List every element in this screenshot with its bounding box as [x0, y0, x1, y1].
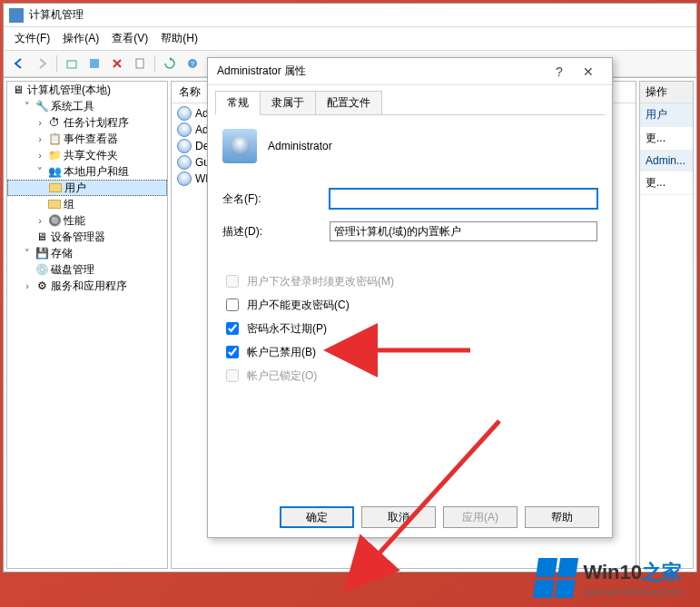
- svg-rect-2: [136, 59, 143, 68]
- chk-mustchange: 用户下次登录时须更改密码(M): [222, 272, 597, 290]
- svg-text:?: ?: [191, 60, 195, 68]
- dialog-titlebar[interactable]: Administrator 属性 ? ✕: [208, 58, 612, 85]
- back-button[interactable]: [9, 54, 29, 73]
- close-icon[interactable]: ✕: [574, 61, 603, 83]
- user-icon: [177, 155, 192, 170]
- titlebar[interactable]: 计算机管理: [4, 4, 696, 27]
- tree-diskmgmt[interactable]: 💿磁盘管理: [7, 261, 167, 278]
- menu-help[interactable]: 帮助(H): [155, 29, 203, 48]
- menu-view[interactable]: 查看(V): [106, 29, 153, 48]
- actions-admin[interactable]: Admin...: [640, 151, 693, 171]
- tab-general[interactable]: 常规: [215, 91, 261, 115]
- user-icon: [177, 171, 192, 186]
- menubar: 文件(F) 操作(A) 查看(V) 帮助(H): [4, 27, 696, 51]
- tree-tasksched[interactable]: ›⏱任务计划程序: [7, 114, 167, 131]
- user-avatar-icon: [222, 129, 257, 163]
- apply-button[interactable]: 应用(A): [443, 506, 518, 528]
- description-input[interactable]: [330, 221, 597, 241]
- actions-pane: 操作 用户 更... Admin... 更...: [639, 81, 694, 569]
- dialog-buttons: 确定 取消 应用(A) 帮助: [208, 497, 612, 537]
- tab-strip: 常规 隶属于 配置文件: [208, 85, 612, 115]
- delete-button[interactable]: [107, 54, 127, 73]
- tree-root[interactable]: 🖥计算机管理(本地): [7, 82, 167, 98]
- tree-systools[interactable]: ˅🔧系统工具: [7, 98, 167, 114]
- tree-eventvwr[interactable]: ›📋事件查看器: [7, 131, 167, 147]
- chk-disabled[interactable]: 帐户已禁用(B): [222, 343, 597, 361]
- cancel-button[interactable]: 取消: [361, 506, 436, 528]
- export-button[interactable]: [130, 54, 150, 73]
- menu-file[interactable]: 文件(F): [9, 29, 55, 48]
- actions-header: 操作: [640, 82, 693, 103]
- tree-storage[interactable]: ˅💾存储: [7, 245, 167, 261]
- tree-services[interactable]: ›⚙服务和应用程序: [7, 278, 167, 294]
- tree-users[interactable]: 用户: [7, 180, 167, 196]
- properties-dialog: Administrator 属性 ? ✕ 常规 隶属于 配置文件 Adminis…: [207, 57, 613, 538]
- dialog-title: Administrator 属性: [217, 64, 545, 79]
- watermark: Win10之家 www.win10xitong.com: [536, 558, 682, 598]
- window-title: 计算机管理: [29, 7, 84, 23]
- user-icon: [177, 106, 192, 121]
- windows-logo-icon: [533, 558, 578, 598]
- svg-rect-1: [90, 59, 99, 68]
- chk-neverexpire[interactable]: 密码永不过期(P): [222, 319, 597, 338]
- up-button[interactable]: [62, 54, 82, 73]
- fullname-label: 全名(F):: [222, 191, 330, 207]
- forward-button[interactable]: [32, 54, 52, 73]
- help-button[interactable]: ?: [182, 54, 202, 73]
- actions-more2[interactable]: 更...: [640, 171, 693, 195]
- fullname-input[interactable]: [330, 189, 597, 209]
- user-icon: [177, 139, 192, 153]
- svg-rect-0: [67, 61, 76, 68]
- tree-groups[interactable]: 组: [7, 196, 167, 212]
- tree-localusers[interactable]: ˅👥本地用户和组: [7, 163, 167, 180]
- actions-users[interactable]: 用户: [640, 103, 693, 127]
- username-label: Administrator: [268, 140, 332, 152]
- app-icon: [9, 8, 24, 23]
- chk-cannotchange[interactable]: 用户不能更改密码(C): [222, 296, 597, 314]
- menu-action[interactable]: 操作(A): [57, 29, 104, 48]
- tree-devmgr[interactable]: 🖥设备管理器: [7, 229, 167, 245]
- chk-locked: 帐户已锁定(O): [222, 367, 597, 385]
- props-button[interactable]: [84, 54, 104, 73]
- help-button[interactable]: 帮助: [525, 506, 599, 528]
- refresh-button[interactable]: [160, 54, 180, 73]
- tree-shared[interactable]: ›📁共享文件夹: [7, 147, 167, 163]
- nav-tree[interactable]: 🖥计算机管理(本地) ˅🔧系统工具 ›⏱任务计划程序 ›📋事件查看器 ›📁共享文…: [6, 81, 168, 569]
- description-label: 描述(D):: [222, 224, 330, 240]
- user-icon: [177, 122, 192, 137]
- tab-profile[interactable]: 配置文件: [315, 91, 382, 115]
- help-icon[interactable]: ?: [545, 61, 574, 83]
- tab-memberof[interactable]: 隶属于: [260, 91, 316, 115]
- actions-more1[interactable]: 更...: [640, 127, 693, 151]
- tree-perf[interactable]: ›🔘性能: [7, 212, 167, 229]
- ok-button[interactable]: 确定: [280, 506, 354, 528]
